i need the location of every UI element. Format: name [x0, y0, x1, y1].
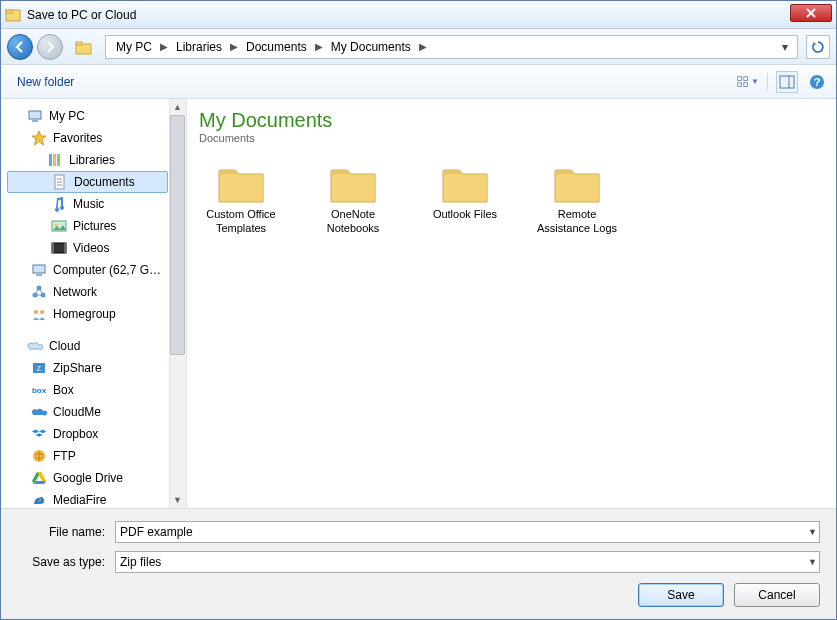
cancel-button[interactable]: Cancel [734, 583, 820, 607]
save-dialog-window: Save to PC or Cloud My PC ▶ Libraries ▶ … [0, 0, 837, 620]
svg-rect-3 [76, 42, 82, 45]
tree-label: Google Drive [53, 471, 123, 485]
svg-rect-1 [6, 10, 12, 13]
folder-label: Remote Assistance Logs [535, 208, 619, 236]
forward-button[interactable] [37, 34, 63, 60]
help-button[interactable]: ? [806, 71, 828, 93]
new-folder-button[interactable]: New folder [9, 71, 82, 93]
tree-item-computer[interactable]: Computer (62,7 GB free) [5, 259, 186, 281]
svg-rect-8 [780, 76, 794, 88]
folder-icon [217, 162, 265, 204]
scroll-up-icon[interactable]: ▲ [169, 99, 186, 115]
tree-item-videos[interactable]: Videos [5, 237, 186, 259]
arrow-left-icon [13, 40, 27, 54]
tree-item-libraries[interactable]: Libraries [5, 149, 186, 171]
document-icon [52, 174, 68, 190]
dialog-body: My PC Favorites Libraries Documents Musi… [1, 99, 836, 509]
breadcrumb-dropdown[interactable]: ▾ [777, 40, 793, 54]
box-icon: box [31, 382, 47, 398]
folder-grid: Custom Office Templates OneNote Notebook… [199, 162, 824, 236]
breadcrumb[interactable]: My PC ▶ Libraries ▶ Documents ▶ My Docum… [105, 35, 798, 59]
tree-item-dropbox[interactable]: Dropbox [5, 423, 186, 445]
chevron-down-icon[interactable]: ▼ [808, 557, 817, 567]
tree-item-network[interactable]: Network [5, 281, 186, 303]
tree-label: FTP [53, 449, 76, 463]
tree-item-documents[interactable]: Documents [7, 171, 168, 193]
svg-rect-26 [33, 265, 45, 273]
svg-rect-14 [49, 154, 52, 166]
back-button[interactable] [7, 34, 33, 60]
scrollbar-track[interactable]: ▲ ▼ [169, 99, 186, 508]
breadcrumb-item[interactable]: Documents [240, 36, 313, 58]
folder-item[interactable]: Custom Office Templates [199, 162, 283, 236]
save-button[interactable]: Save [638, 583, 724, 607]
chevron-right-icon: ▶ [158, 41, 170, 52]
svg-rect-6 [738, 82, 742, 86]
close-icon [806, 8, 816, 18]
tree-item-box[interactable]: box Box [5, 379, 186, 401]
arrow-right-icon [43, 40, 57, 54]
homegroup-icon [31, 306, 47, 322]
cloud-icon [27, 338, 43, 354]
pictures-icon [51, 218, 67, 234]
tree-label: Libraries [69, 153, 115, 167]
music-icon [51, 196, 67, 212]
svg-rect-4 [738, 76, 742, 80]
tree-item-zipshare[interactable]: Z ZipShare [5, 357, 186, 379]
view-thumbnails-icon [737, 74, 749, 90]
tree-label: Computer (62,7 GB free) [53, 263, 163, 277]
svg-rect-24 [52, 243, 54, 253]
close-button[interactable] [790, 4, 832, 22]
saveastype-select[interactable]: Zip files ▼ [115, 551, 820, 573]
breadcrumb-item[interactable]: My PC [110, 36, 158, 58]
help-icon: ? [809, 74, 825, 90]
google-drive-icon [31, 470, 47, 486]
tree-label: CloudMe [53, 405, 101, 419]
tree-item-mediafire[interactable]: MediaFire [5, 489, 186, 508]
refresh-button[interactable] [806, 35, 830, 59]
computer-icon [27, 108, 43, 124]
svg-text:?: ? [814, 76, 821, 88]
svg-rect-15 [53, 154, 56, 166]
tree-root-cloud[interactable]: Cloud [5, 335, 186, 357]
tree-item-googledrive[interactable]: Google Drive [5, 467, 186, 489]
folder-item[interactable]: Remote Assistance Logs [535, 162, 619, 236]
tree-label: Videos [73, 241, 109, 255]
folder-item[interactable]: Outlook Files [423, 162, 507, 236]
breadcrumb-item[interactable]: Libraries [170, 36, 228, 58]
svg-text:box: box [32, 386, 47, 395]
tree-item-ftp[interactable]: FTP [5, 445, 186, 467]
sidebar: My PC Favorites Libraries Documents Musi… [1, 99, 187, 508]
tree-item-pictures[interactable]: Pictures [5, 215, 186, 237]
saveastype-value: Zip files [120, 555, 161, 569]
svg-rect-16 [57, 154, 60, 166]
location-subheading: Documents [199, 132, 824, 144]
saveastype-row: Save as type: Zip files ▼ [17, 551, 820, 573]
libraries-icon [47, 152, 63, 168]
mediafire-icon [31, 492, 47, 508]
scrollbar-thumb[interactable] [170, 115, 185, 355]
chevron-down-icon[interactable]: ▼ [808, 527, 817, 537]
dialog-footer: File name: PDF example ▼ Save as type: Z… [1, 509, 836, 619]
tree-item-homegroup[interactable]: Homegroup [5, 303, 186, 325]
tree-root-mypc[interactable]: My PC [5, 105, 186, 127]
zipshare-icon: Z [31, 360, 47, 376]
svg-point-31 [34, 310, 38, 314]
ftp-icon [31, 448, 47, 464]
view-options-button[interactable]: ▼ [737, 71, 759, 93]
folder-icon [329, 162, 377, 204]
tree-item-music[interactable]: Music [5, 193, 186, 215]
cloudme-icon [31, 404, 47, 420]
preview-pane-button[interactable] [776, 71, 798, 93]
tree-label: Cloud [49, 339, 80, 353]
folder-icon [441, 162, 489, 204]
tree-item-favorites[interactable]: Favorites [5, 127, 186, 149]
folder-label: OneNote Notebooks [311, 208, 395, 236]
folder-item[interactable]: OneNote Notebooks [311, 162, 395, 236]
content-pane: My Documents Documents Custom Office Tem… [187, 99, 836, 508]
up-folder-button[interactable] [73, 36, 95, 58]
scroll-down-icon[interactable]: ▼ [169, 492, 186, 508]
tree-item-cloudme[interactable]: CloudMe [5, 401, 186, 423]
filename-input[interactable]: PDF example ▼ [115, 521, 820, 543]
breadcrumb-item[interactable]: My Documents [325, 36, 417, 58]
